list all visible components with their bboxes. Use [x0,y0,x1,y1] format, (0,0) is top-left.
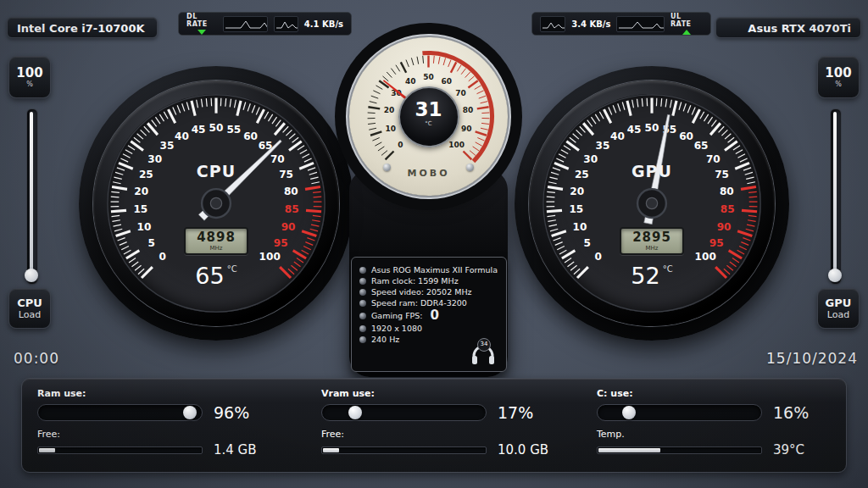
time-display: 00:00 [14,350,59,367]
vram-use-value: 17% [498,403,533,422]
svg-text:100: 100 [448,141,465,149]
svg-text:80: 80 [284,186,298,197]
screw-icon [383,164,391,171]
svg-text:35: 35 [596,140,610,152]
gear-bullet-icon [359,336,366,343]
fps-label: Gaming FPS: [371,311,423,320]
cpu-load-readout: 100 % [8,56,51,98]
dl-rate-label: DL RATE [186,13,217,28]
stats-panel: Ram use: 96% Free: 1.4 GB Vram use: 17% [21,378,847,473]
svg-text:15: 15 [569,203,583,215]
gpu-temp-value: 52 [631,263,659,289]
mobo-temp-display: 31 °C [398,86,459,147]
svg-text:90: 90 [281,221,296,233]
disk-temp-label: Temp. [597,429,831,440]
svg-text:40: 40 [610,130,625,142]
video-speed: Speed video: 20502 MHz [371,287,472,297]
info-row-ram-speed: Speed ram: DDR4-3200 [359,298,498,308]
svg-text:40: 40 [405,77,416,86]
gpu-load-unit: % [835,80,842,88]
cpu-gauge: 0510152025303540455055606570758085909510… [93,80,339,326]
svg-text:60: 60 [442,77,453,86]
disk-use-label: C: use: [597,388,831,399]
gpu-load-readout: 100 % [817,56,860,98]
disk-stats-column: C: use: 16% Temp. 39°C [597,385,831,465]
svg-text:20: 20 [384,106,395,114]
cpu-mhz-unit: MHz [186,245,247,252]
gpu-load-label-box: GPU Load [817,288,860,329]
vram-use-slider[interactable] [321,404,487,421]
disk-use-value: 16% [773,403,809,422]
info-row-motherboard: Asus ROG Maximus XII Formula [359,265,498,274]
ram-use-slider-knob[interactable] [183,406,197,419]
vram-stats-column: Vram use: 17% Free: 10.0 GB [321,385,597,465]
gear-bullet-icon [359,267,366,274]
ram-free-value: 1.4 GB [214,442,257,458]
download-arrow-icon [198,30,206,35]
ram-use-slider[interactable] [37,404,203,421]
vram-use-slider-knob[interactable] [348,406,362,419]
fps-value: 0 [431,309,439,322]
gear-bullet-icon [359,289,366,296]
cpu-gauge-title: CPU [93,162,339,180]
gpu-gauge-title: GPU [529,162,775,180]
ul-rate-mini-graph [540,16,565,32]
info-row-fps: Gaming FPS: 0 [359,309,498,322]
cpu-load-label-line1: CPU [17,297,42,309]
upload-arrow-icon [682,30,691,35]
disk-use-slider-knob[interactable] [622,406,636,419]
svg-text:20: 20 [134,186,148,197]
svg-text:45: 45 [192,124,206,136]
svg-text:70: 70 [455,89,466,97]
ram-free-label: Free: [37,429,321,440]
svg-text:20: 20 [570,186,584,197]
svg-text:0: 0 [595,251,602,263]
ram-use-value: 96% [214,403,249,422]
vram-use-label: Vram use: [321,388,597,399]
gear-bullet-icon [359,278,366,285]
info-row-resolution: 1920 x 1080 [359,324,498,333]
gpu-name: Asus RTX 4070Ti [748,22,851,35]
gpu-temp-readout: 52°C [529,263,775,289]
resolution: 1920 x 1080 [371,324,422,333]
ram-free-bar-fill [39,448,55,452]
headset-widget: 34 [470,340,496,365]
ul-rate-graph [616,16,665,32]
svg-text:5: 5 [584,237,591,249]
ram-free-bar [37,446,203,454]
screw-icon [466,164,474,171]
system-info-panel: Asus ROG Maximus XII Formula Ram clock: … [351,257,507,372]
vram-free-bar [321,446,487,454]
cpu-load-slider-fill [30,112,33,278]
ul-rate-label: UL RATE [670,13,703,28]
disk-use-slider[interactable] [597,404,762,421]
motherboard-name: Asus ROG Maximus XII Formula [371,265,498,274]
gpu-load-label-line2: Load [827,309,849,320]
svg-text:90: 90 [717,221,732,233]
svg-text:95: 95 [274,237,288,249]
svg-text:95: 95 [709,237,724,249]
cpu-load-slider-knob[interactable] [25,269,38,282]
cpu-name: Intel Core i7-10700K [17,22,145,35]
ram-use-label: Ram use: [37,388,321,399]
cpu-temp-unit: °C [227,264,237,274]
gpu-load-slider-knob[interactable] [828,269,842,282]
svg-text:45: 45 [627,124,642,136]
cpu-temp-value: 65 [195,263,224,289]
disk-temp-value: 39°C [773,442,804,458]
upload-rate-widget: 3.4 KB/s UL RATE [531,12,711,36]
gpu-load-value: 100 [825,66,851,80]
svg-text:10: 10 [573,221,587,233]
svg-text:90: 90 [461,125,472,133]
mobo-gauge: 0102030405060708090100 31 °C MOBO [349,37,508,196]
cpu-name-box: Intel Core i7-10700K [7,17,158,38]
gpu-load-slider[interactable] [830,108,842,285]
cpu-dial-svg: 0510152025303540455055606570758085909510… [93,80,339,326]
svg-text:65: 65 [694,140,709,152]
cpu-mhz-lcd: 4898 MHz [184,227,248,255]
date-display: 15/10/2024 [766,350,858,367]
cpu-load-value: 100 [16,66,42,80]
gear-bullet-icon [359,313,366,319]
cpu-load-slider[interactable] [26,108,38,285]
svg-text:40: 40 [175,130,189,142]
